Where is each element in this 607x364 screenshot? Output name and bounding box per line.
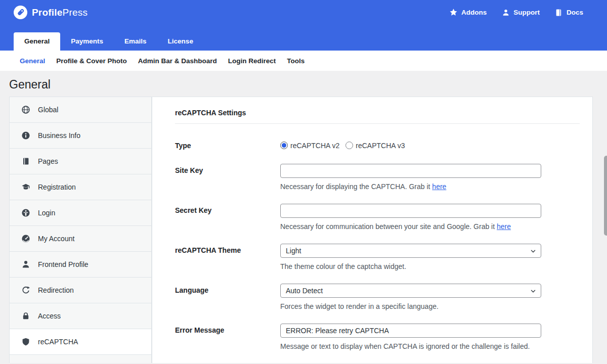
- radio-button[interactable]: [280, 142, 288, 149]
- field-label: Type: [175, 139, 280, 150]
- docs-link[interactable]: Docs: [555, 8, 583, 17]
- subtab-admin-bar-dashboard[interactable]: Admin Bar & Dashboard: [138, 57, 217, 65]
- sidebar-item-pages[interactable]: Pages: [10, 149, 151, 174]
- grab-site-key-link[interactable]: here: [432, 183, 446, 191]
- radio-label: reCAPTCHA v2: [290, 142, 339, 150]
- site-key-field-row: Site Key Necessary for displaying the CA…: [175, 164, 580, 192]
- subtab-general[interactable]: General: [20, 57, 45, 65]
- sidebar-item-global[interactable]: Global: [10, 97, 151, 123]
- main-tabs: General Payments Emails License: [14, 32, 204, 51]
- theme-field-row: reCAPTCHA Theme Light The theme colour o…: [175, 244, 580, 271]
- sidebar-item-login[interactable]: Login: [10, 200, 151, 226]
- tab-license[interactable]: License: [157, 32, 204, 51]
- scrollbar-thumb[interactable]: [604, 156, 607, 236]
- language-select[interactable]: Auto Detect: [280, 284, 541, 298]
- settings-fields: Type reCAPTCHA v2 reCAPTCHA v3: [152, 124, 592, 363]
- field-label: Error Message: [175, 324, 280, 351]
- accessibility-icon: [21, 208, 30, 217]
- sidebar-item-business-info[interactable]: Business Info: [10, 123, 151, 149]
- select-value: Auto Detect: [286, 287, 323, 295]
- brand-name-regular: Press: [63, 7, 88, 18]
- docs-label: Docs: [567, 9, 583, 16]
- redo-arrow-icon: [21, 286, 30, 295]
- radio-button[interactable]: [345, 142, 353, 149]
- site-key-input[interactable]: [280, 164, 541, 178]
- language-field-row: Language Auto Detect Forces the widget t…: [175, 284, 580, 311]
- sidebar-item-frontend-profile[interactable]: Frontend Profile: [10, 252, 151, 278]
- header: ProfilePress Addons Support: [0, 0, 607, 51]
- settings-sidebar: Global Business Info: [9, 97, 152, 363]
- description-text: Necessary for communication between your…: [280, 222, 495, 231]
- person-icon: [502, 9, 510, 17]
- profilepress-settings-screen: ProfilePress Addons Support: [0, 0, 607, 364]
- field-description: Forces the widget to render in a specifi…: [280, 302, 580, 311]
- field-label: reCAPTCHA Theme: [175, 244, 280, 271]
- graduation-cap-icon: [21, 183, 30, 192]
- subtab-login-redirect[interactable]: Login Redirect: [228, 57, 276, 65]
- panel-header: reCAPTCHA Settings: [175, 97, 580, 124]
- secret-key-field-row: Secret Key Necessary for communication b…: [175, 204, 580, 232]
- page-body: General Global: [0, 77, 607, 363]
- recaptcha-v3-radio[interactable]: reCAPTCHA v3: [345, 142, 405, 150]
- field-label: Language: [175, 284, 280, 311]
- chevron-down-icon: [530, 288, 537, 295]
- book-icon: [555, 9, 563, 17]
- sidebar-item-label: Frontend Profile: [38, 260, 89, 268]
- sidebar-item-my-account[interactable]: My Account: [10, 226, 151, 252]
- sidebar-item-label: Registration: [38, 183, 76, 191]
- sidebar-item-recaptcha[interactable]: reCAPTCHA: [10, 329, 151, 355]
- field-description: Necessary for displaying the CAPTCHA. Gr…: [280, 182, 580, 192]
- error-message-input[interactable]: [280, 324, 541, 338]
- sidebar-item-label: Global: [38, 106, 58, 114]
- sidebar-item-partial[interactable]: [10, 355, 151, 363]
- subtab-tools[interactable]: Tools: [287, 57, 305, 65]
- sidebar-item-label: reCAPTCHA: [38, 338, 78, 346]
- star-icon: [449, 8, 458, 17]
- addons-label: Addons: [461, 9, 487, 16]
- tab-emails[interactable]: Emails: [114, 32, 157, 51]
- panel-title: reCAPTCHA Settings: [175, 109, 580, 117]
- recaptcha-settings-panel: reCAPTCHA Settings Type reCAPTCHA v2: [152, 97, 593, 363]
- sidebar-item-label: Redirection: [38, 286, 74, 294]
- support-link[interactable]: Support: [502, 8, 540, 17]
- brand: ProfilePress: [14, 6, 88, 19]
- lock-icon: [21, 311, 30, 321]
- sub-tabs: General Profile & Cover Photo Admin Bar …: [0, 51, 607, 71]
- brand-name-bold: Profile: [32, 7, 63, 18]
- pages-icon: [21, 157, 30, 166]
- header-links: Addons Support Docs: [449, 8, 583, 17]
- recaptcha-v2-radio[interactable]: reCAPTCHA v2: [280, 142, 339, 150]
- info-icon: [21, 131, 30, 140]
- tab-general[interactable]: General: [14, 32, 60, 51]
- addons-link[interactable]: Addons: [449, 8, 487, 17]
- sidebar-item-label: Business Info: [38, 131, 80, 140]
- radio-label: reCAPTCHA v3: [356, 142, 405, 150]
- secret-key-input[interactable]: [280, 204, 541, 218]
- select-value: Light: [286, 247, 301, 255]
- sidebar-item-registration[interactable]: Registration: [10, 174, 151, 200]
- recaptcha-theme-select[interactable]: Light: [280, 244, 541, 258]
- field-description: Necessary for communication between your…: [280, 222, 580, 232]
- sidebar-item-label: Login: [38, 209, 55, 217]
- globe-icon: [21, 105, 30, 114]
- subtab-profile-cover-photo[interactable]: Profile & Cover Photo: [56, 57, 127, 65]
- error-message-field-row: Error Message Message or text to display…: [175, 324, 580, 351]
- dashboard-icon: [21, 234, 30, 243]
- type-radio-group: reCAPTCHA v2 reCAPTCHA v3: [280, 139, 580, 150]
- description-text: Forces the widget to render in a specifi…: [280, 302, 439, 310]
- brand-name: ProfilePress: [32, 7, 88, 18]
- grab-secret-key-link[interactable]: here: [497, 222, 511, 231]
- chevron-down-icon: [530, 248, 537, 255]
- field-description: Message or text to display when CAPTCHA …: [280, 342, 580, 351]
- tab-payments[interactable]: Payments: [60, 32, 114, 51]
- field-description: The theme colour of the captcha widget.: [280, 262, 580, 271]
- field-label: Site Key: [175, 164, 280, 192]
- profilepress-logo-icon: [14, 6, 27, 19]
- type-field-row: Type reCAPTCHA v2 reCAPTCHA v3: [175, 139, 580, 150]
- person-icon: [21, 260, 30, 269]
- sidebar-item-access[interactable]: Access: [10, 303, 151, 329]
- field-label: Secret Key: [175, 204, 280, 232]
- sidebar-item-label: Pages: [38, 157, 58, 165]
- description-text: Message or text to display when CAPTCHA …: [280, 342, 530, 350]
- sidebar-item-redirection[interactable]: Redirection: [10, 278, 151, 303]
